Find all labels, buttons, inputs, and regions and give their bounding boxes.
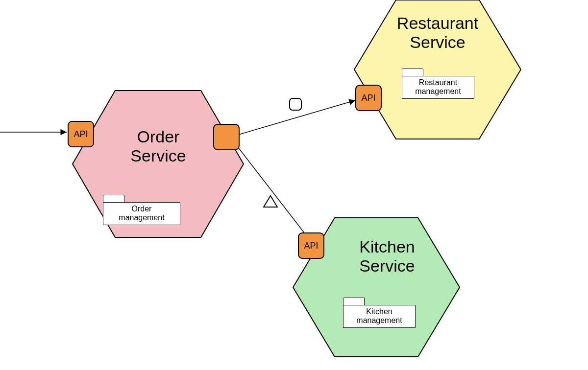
arrow-order-to-restaurant — [239, 100, 355, 135]
restaurant-module-folder: Restaurant management — [402, 69, 474, 99]
kitchen-api-label: API — [304, 241, 318, 251]
kitchen-api-port: API — [298, 232, 324, 259]
folder-tab-icon — [343, 298, 365, 305]
triangle-glyph — [264, 196, 277, 207]
kitchen-module-line1: Kitchen — [366, 307, 392, 316]
restaurant-api-port: API — [355, 85, 382, 111]
restaurant-module-line2: management — [415, 87, 461, 95]
kitchen-module-body: Kitchen management — [343, 305, 416, 328]
kitchen-module-line2: management — [356, 316, 402, 324]
restaurant-module-line1: Restaurant — [419, 78, 457, 87]
arrow-order-to-kitchen — [238, 147, 310, 240]
order-api-port: API — [68, 121, 94, 147]
order-module-line2: management — [119, 213, 164, 222]
diagram-canvas — [0, 0, 588, 370]
kitchen-module-folder: Kitchen management — [343, 298, 416, 328]
order-api-label: API — [74, 129, 88, 139]
folder-tab-icon — [103, 195, 124, 202]
order-output-port — [213, 124, 240, 150]
order-module-folder: Order management — [103, 195, 180, 225]
order-module-line1: Order — [132, 205, 152, 213]
folder-tab-icon — [402, 69, 423, 76]
restaurant-module-body: Restaurant management — [402, 76, 474, 99]
order-module-body: Order management — [103, 202, 180, 225]
restaurant-api-label: API — [361, 93, 375, 103]
